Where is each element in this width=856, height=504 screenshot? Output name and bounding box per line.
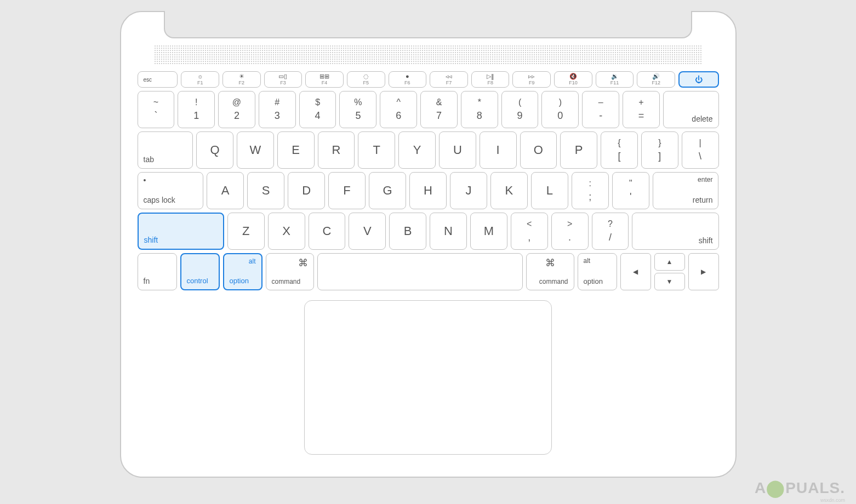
key-spacebar[interactable] bbox=[317, 253, 523, 290]
key-8[interactable]: *8 bbox=[461, 91, 498, 128]
key-f7[interactable]: ◃◃F7 bbox=[430, 71, 468, 88]
key-lower: 2 bbox=[234, 111, 239, 122]
key-punct[interactable]: {[ bbox=[601, 131, 638, 169]
key-lower: 4 bbox=[315, 111, 321, 122]
key-6[interactable]: ^6 bbox=[380, 91, 417, 128]
key-tab[interactable]: tab bbox=[138, 131, 193, 169]
key-t[interactable]: T bbox=[358, 131, 395, 169]
key-e[interactable]: E bbox=[277, 131, 315, 169]
key-y[interactable]: Y bbox=[398, 131, 436, 169]
key-shift-right[interactable]: shift bbox=[632, 213, 718, 250]
key-label: F bbox=[343, 184, 350, 198]
key-=[interactable]: += bbox=[623, 91, 660, 128]
key-arrow-up[interactable]: ▲ bbox=[654, 253, 685, 271]
fn-icon: 🔇 bbox=[569, 73, 577, 79]
key-arrow-left[interactable]: ◀ bbox=[620, 253, 651, 290]
key-lower: ' bbox=[630, 192, 631, 203]
key-r[interactable]: R bbox=[318, 131, 355, 169]
key-esc[interactable]: esc bbox=[138, 71, 178, 88]
key-arrow-right[interactable]: ▶ bbox=[688, 253, 719, 290]
key-2[interactable]: @2 bbox=[218, 91, 255, 128]
key-control[interactable]: control bbox=[180, 253, 220, 290]
key-command-left[interactable]: ⌘ command bbox=[266, 253, 314, 290]
key-punct[interactable]: }] bbox=[641, 131, 678, 169]
key-label: F12 bbox=[652, 80, 660, 85]
key-f4[interactable]: ⊞⊞F4 bbox=[305, 71, 344, 88]
key-punct[interactable]: ?/ bbox=[592, 213, 629, 250]
key--[interactable]: –- bbox=[582, 91, 619, 128]
key-i[interactable]: I bbox=[480, 131, 517, 169]
key-command-right[interactable]: ⌘ command bbox=[526, 253, 574, 290]
key-x[interactable]: X bbox=[268, 213, 305, 250]
key-label: Q bbox=[210, 143, 219, 157]
key-n[interactable]: N bbox=[430, 213, 467, 250]
key-punct[interactable]: "' bbox=[612, 172, 649, 209]
trackpad[interactable] bbox=[304, 300, 552, 455]
key-arrow-down[interactable]: ▼ bbox=[654, 273, 685, 290]
key-o[interactable]: O bbox=[520, 131, 557, 169]
key-4[interactable]: $4 bbox=[299, 91, 336, 128]
key-3[interactable]: #3 bbox=[259, 91, 296, 128]
key-m[interactable]: M bbox=[470, 213, 507, 250]
key-f2[interactable]: ☀F2 bbox=[222, 71, 261, 88]
key-return[interactable]: enter return bbox=[653, 172, 719, 209]
key-f1[interactable]: ☼F1 bbox=[181, 71, 219, 88]
key-f5[interactable]: ◌F5 bbox=[347, 71, 385, 88]
fn-icon: ▹▹ bbox=[528, 73, 535, 79]
key-capslock[interactable]: • caps lock bbox=[138, 172, 204, 209]
fn-icon: ◃◃ bbox=[446, 73, 452, 79]
key-0[interactable]: )0 bbox=[541, 91, 579, 128]
key-lower: / bbox=[609, 232, 612, 243]
key-label: F10 bbox=[569, 80, 578, 85]
shift-row: shift ZXCVBNM <,>.?/ shift bbox=[138, 213, 719, 250]
key-punct[interactable]: <, bbox=[511, 213, 548, 250]
key-7[interactable]: &7 bbox=[420, 91, 458, 128]
number-row: ~`!1@2#3$4%5^6&7*8(9)0–-+= delete bbox=[138, 91, 719, 128]
key-fn[interactable]: fn bbox=[138, 253, 177, 290]
key-upper: ( bbox=[518, 98, 521, 107]
key-q[interactable]: Q bbox=[196, 131, 233, 169]
key-f9[interactable]: ▹▹F9 bbox=[512, 71, 551, 88]
key-delete[interactable]: delete bbox=[663, 91, 719, 128]
key-h[interactable]: H bbox=[409, 172, 447, 209]
key-5[interactable]: %5 bbox=[339, 91, 376, 128]
key-f[interactable]: F bbox=[328, 172, 366, 209]
key-f12[interactable]: 🔊F12 bbox=[637, 71, 675, 88]
key-upper: < bbox=[527, 219, 532, 229]
key-1[interactable]: !1 bbox=[178, 91, 215, 128]
key-f3[interactable]: ▭▯F3 bbox=[264, 71, 303, 88]
watermark-text-post: PUALS. bbox=[785, 479, 845, 497]
key-9[interactable]: (9 bbox=[501, 91, 539, 128]
key-g[interactable]: G bbox=[369, 172, 406, 209]
key-power[interactable]: ⏻ bbox=[678, 71, 719, 88]
key-c[interactable]: C bbox=[309, 213, 346, 250]
key-punct[interactable]: :; bbox=[572, 172, 609, 209]
key-f10[interactable]: 🔇F10 bbox=[554, 71, 592, 88]
key-p[interactable]: P bbox=[560, 131, 597, 169]
key-l[interactable]: L bbox=[531, 172, 568, 209]
key-j[interactable]: J bbox=[450, 172, 487, 209]
key-a[interactable]: A bbox=[207, 172, 244, 209]
key-f6[interactable]: ●F6 bbox=[389, 71, 427, 88]
arrow-cluster: ◀ ▲ ▼ ▶ bbox=[620, 253, 719, 290]
key-punct[interactable]: |\ bbox=[682, 131, 719, 169]
key-f8[interactable]: ▷‖F8 bbox=[471, 71, 510, 88]
key-punct[interactable]: >. bbox=[551, 213, 589, 250]
key-z[interactable]: Z bbox=[227, 213, 265, 250]
key-w[interactable]: W bbox=[237, 131, 274, 169]
key-lower: [ bbox=[618, 151, 621, 162]
key-k[interactable]: K bbox=[490, 172, 528, 209]
key-label: A bbox=[221, 184, 230, 198]
key-option-right[interactable]: alt option bbox=[578, 253, 617, 290]
key-d[interactable]: D bbox=[288, 172, 325, 209]
key-shift-left[interactable]: shift bbox=[138, 213, 224, 250]
watermark-text-pre: A bbox=[755, 479, 766, 497]
key-s[interactable]: S bbox=[247, 172, 284, 209]
fn-icon: ◌ bbox=[363, 73, 369, 79]
key-f11[interactable]: 🔉F11 bbox=[596, 71, 634, 88]
key-option-left[interactable]: alt option bbox=[223, 253, 262, 290]
key-v[interactable]: V bbox=[349, 213, 386, 250]
key-u[interactable]: U bbox=[439, 131, 476, 169]
key-`[interactable]: ~` bbox=[138, 91, 175, 128]
key-b[interactable]: B bbox=[389, 213, 426, 250]
